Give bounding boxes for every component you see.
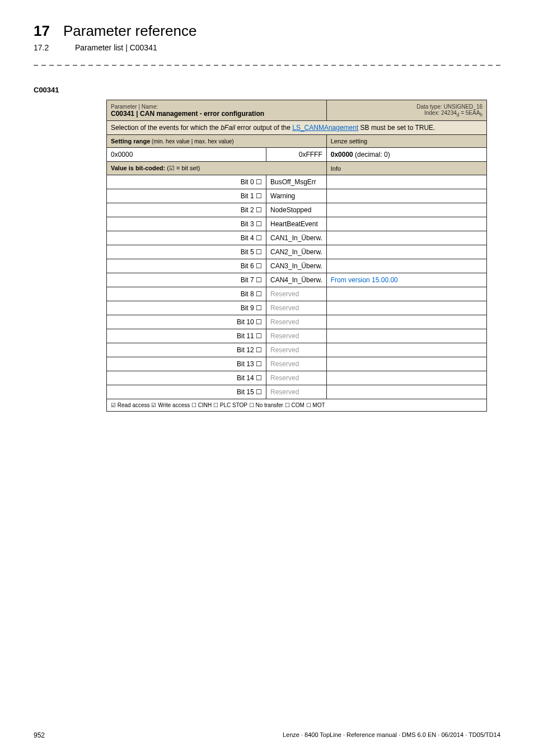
section-number: 17.2 — [34, 43, 73, 52]
bit-label: Bit 14 ☐ — [107, 371, 266, 385]
bit-info — [326, 385, 486, 399]
bit-label: Bit 7 ☐ — [107, 273, 266, 287]
datatype-label: Data type: UNSIGNED_16 — [416, 104, 483, 110]
version-link[interactable]: From version 15.00.00 — [326, 273, 486, 287]
bit-info — [326, 287, 486, 301]
bit-info — [326, 371, 486, 385]
bit-label: Bit 8 ☐ — [107, 287, 266, 301]
bit-name: Reserved — [266, 287, 327, 301]
bit-label: Bit 15 ☐ — [107, 385, 266, 399]
bit-label: Bit 1 ☐ — [107, 189, 266, 203]
parameter-name-cell: Parameter | Name: C00341 | CAN managemen… — [107, 100, 327, 121]
page-header: 17 Parameter reference 17.2 Parameter li… — [34, 22, 500, 52]
page-number: 952 — [34, 731, 45, 739]
bit-name: CAN2_In_Überw. — [266, 245, 327, 259]
bit-info — [326, 259, 486, 273]
bit-info — [326, 189, 486, 203]
range-max: 0xFFFF — [266, 148, 327, 162]
bit-info — [326, 175, 486, 189]
index-label: Index: 24234d = 5EAAh — [424, 110, 483, 116]
info-header: Info — [326, 162, 486, 175]
bit-label: Bit 2 ☐ — [107, 203, 266, 217]
bit-info — [326, 329, 486, 343]
parameter-description: Selection of the events for which the bF… — [107, 121, 487, 135]
bit-name: CAN3_In_Überw. — [266, 259, 327, 273]
bit-name: Reserved — [266, 385, 327, 399]
bit-info — [326, 231, 486, 245]
section-title: Parameter list | C00341 — [75, 43, 157, 52]
bit-name: Reserved — [266, 329, 327, 343]
bit-label: Bit 5 ☐ — [107, 245, 266, 259]
bit-name: Warning — [266, 189, 327, 203]
parameter-name-label: Parameter | Name: — [111, 104, 158, 110]
bit-name: Reserved — [266, 357, 327, 371]
bit-label: Bit 0 ☐ — [107, 175, 266, 189]
bit-name: Reserved — [266, 315, 327, 329]
divider — [34, 62, 500, 69]
setting-range-header: Setting range (min. hex value | max. hex… — [107, 135, 327, 148]
bit-label: Bit 13 ☐ — [107, 357, 266, 371]
bit-info — [326, 315, 486, 329]
bit-info — [326, 217, 486, 231]
bit-label: Bit 10 ☐ — [107, 315, 266, 329]
bit-name: Reserved — [266, 301, 327, 315]
default-value: 0x0000 (decimal: 0) — [326, 148, 486, 162]
bit-info — [326, 343, 486, 357]
bit-label: Bit 9 ☐ — [107, 301, 266, 315]
bit-name: Reserved — [266, 371, 327, 385]
parameter-code-heading: C00341 — [34, 86, 500, 94]
bit-label: Bit 11 ☐ — [107, 329, 266, 343]
bit-info — [326, 357, 486, 371]
bit-label: Bit 6 ☐ — [107, 259, 266, 273]
bit-label: Bit 4 ☐ — [107, 231, 266, 245]
parameter-title: C00341 | CAN management - error configur… — [111, 110, 264, 118]
range-min: 0x0000 — [107, 148, 266, 162]
bit-name: NodeStopped — [266, 203, 327, 217]
access-flags: ☑ Read access ☑ Write access ☐ CINH ☐ PL… — [107, 399, 487, 412]
chapter-title: Parameter reference — [63, 22, 196, 40]
bit-name: Reserved — [266, 343, 327, 357]
bit-info — [326, 245, 486, 259]
ls-canmanagement-link[interactable]: LS_CANMAnagement — [292, 124, 358, 132]
parameter-meta-cell: Data type: UNSIGNED_16 Index: 24234d = 5… — [326, 100, 486, 121]
footer-meta: Lenze · 8400 TopLine · Reference manual … — [283, 731, 500, 739]
parameter-table: Parameter | Name: C00341 | CAN managemen… — [106, 100, 487, 412]
bitcoded-header: Value is bit-coded: (☑ = bit set) — [107, 162, 327, 175]
lenze-setting-header: Lenze setting — [326, 135, 486, 148]
bit-label: Bit 12 ☐ — [107, 343, 266, 357]
bit-name: CAN1_In_Überw. — [266, 231, 327, 245]
bit-name: BusOff_MsgErr — [266, 175, 327, 189]
page-footer: 952 Lenze · 8400 TopLine · Reference man… — [34, 731, 500, 739]
chapter-number: 17 — [34, 22, 50, 40]
bit-info — [326, 203, 486, 217]
bit-info — [326, 301, 486, 315]
bit-name: CAN4_In_Überw. — [266, 273, 327, 287]
bit-label: Bit 3 ☐ — [107, 217, 266, 231]
bit-name: HeartBeatEvent — [266, 217, 327, 231]
